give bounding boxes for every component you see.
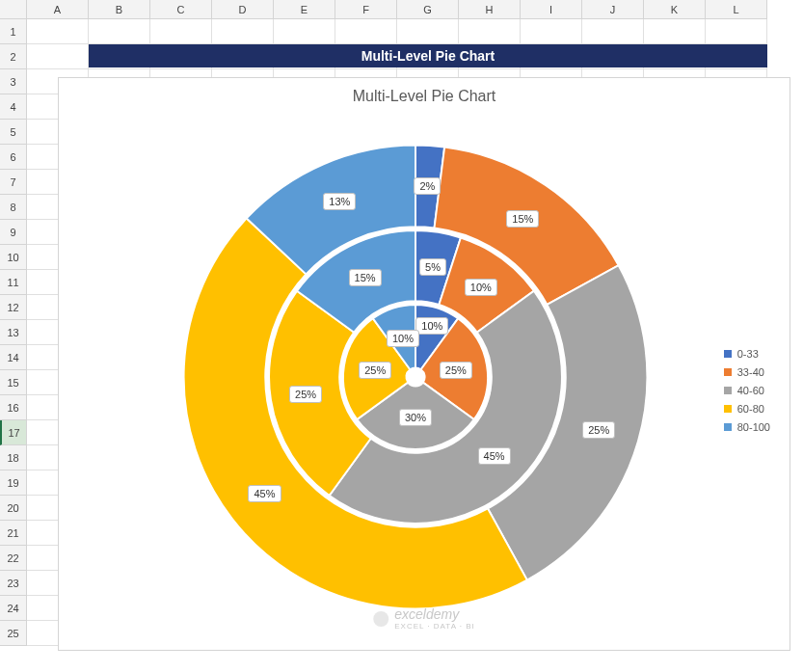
col-header[interactable]: B: [89, 0, 150, 19]
row-header[interactable]: 25: [0, 621, 27, 646]
watermark-tagline: EXCEL · DATA · BI: [394, 622, 475, 631]
row-header[interactable]: 24: [0, 596, 27, 621]
row-header[interactable]: 16: [0, 395, 27, 420]
cell[interactable]: [397, 19, 459, 44]
center-dot: [410, 371, 421, 383]
row-header[interactable]: 12: [0, 295, 27, 320]
col-header[interactable]: D: [212, 0, 274, 19]
legend-item[interactable]: 80-100: [724, 421, 770, 433]
row-header[interactable]: 7: [0, 170, 27, 195]
col-header[interactable]: A: [27, 0, 89, 19]
data-label: 30%: [399, 409, 432, 426]
watermark-brand: exceldemy: [394, 606, 475, 622]
chart-title: Multi-Level Pie Chart: [59, 88, 790, 105]
cell[interactable]: [521, 19, 582, 44]
data-label: 25%: [359, 362, 391, 379]
col-header[interactable]: E: [274, 0, 335, 19]
data-label: 25%: [582, 421, 615, 439]
cell[interactable]: [212, 19, 274, 44]
data-label: 10%: [415, 317, 448, 335]
legend-label: 80-100: [737, 421, 770, 433]
row-header[interactable]: 23: [0, 571, 27, 596]
legend-swatch: [724, 423, 732, 431]
legend-swatch: [724, 350, 732, 358]
data-label: 10%: [387, 330, 419, 347]
legend-label: 40-60: [737, 385, 764, 396]
row-header[interactable]: 10: [0, 245, 27, 270]
data-label: 45%: [248, 485, 281, 502]
col-header[interactable]: J: [582, 0, 644, 19]
row-header[interactable]: 22: [0, 546, 27, 571]
col-header[interactable]: L: [706, 0, 767, 19]
data-label: 25%: [289, 386, 322, 403]
row-header[interactable]: 19: [0, 470, 27, 496]
data-label: 45%: [478, 447, 511, 465]
row-header[interactable]: 3: [0, 69, 27, 94]
banner-title: Multi-Level Pie Chart: [89, 44, 767, 67]
chart-legend[interactable]: 0-3333-4040-6060-8080-100: [724, 348, 770, 440]
chart-object[interactable]: Multi-Level Pie Chart 10%25%30%25%10%5%1…: [58, 77, 790, 651]
col-header[interactable]: K: [644, 0, 706, 19]
data-label: 5%: [419, 258, 446, 276]
donut-svg: [174, 136, 656, 618]
data-label: 13%: [323, 193, 356, 210]
col-header[interactable]: G: [397, 0, 459, 19]
data-label: 2%: [414, 177, 441, 195]
row-header[interactable]: 17: [0, 420, 27, 445]
legend-label: 60-80: [737, 403, 764, 415]
legend-item[interactable]: 60-80: [724, 403, 770, 415]
row-header[interactable]: 8: [0, 195, 27, 220]
col-header[interactable]: F: [335, 0, 397, 19]
row-header[interactable]: 18: [0, 445, 27, 470]
row-header[interactable]: 9: [0, 220, 27, 245]
watermark-icon: [373, 611, 388, 627]
col-header[interactable]: C: [150, 0, 212, 19]
cell[interactable]: [706, 19, 767, 44]
legend-swatch: [724, 387, 732, 394]
legend-swatch: [724, 405, 732, 413]
chart-plot-area[interactable]: 10%25%30%25%10%5%10%45%25%15%2%15%25%45%…: [174, 136, 656, 618]
cell[interactable]: [644, 19, 706, 44]
data-label: 15%: [506, 210, 539, 228]
cell[interactable]: [150, 19, 212, 44]
data-label: 25%: [440, 362, 472, 379]
select-all-corner[interactable]: [0, 0, 27, 19]
legend-item[interactable]: 33-40: [724, 366, 770, 378]
cell[interactable]: [27, 19, 89, 44]
cell[interactable]: [459, 19, 521, 44]
cell[interactable]: [89, 19, 150, 44]
row-header[interactable]: 6: [0, 145, 27, 170]
legend-label: 33-40: [737, 366, 764, 378]
legend-item[interactable]: 0-33: [724, 348, 770, 360]
row-header[interactable]: 21: [0, 521, 27, 546]
cell[interactable]: [274, 19, 335, 44]
row-header[interactable]: 13: [0, 320, 27, 345]
data-label: 15%: [349, 269, 382, 286]
row-header[interactable]: 4: [0, 94, 27, 120]
row-header[interactable]: 14: [0, 345, 27, 370]
row-header[interactable]: 5: [0, 120, 27, 145]
cell[interactable]: [27, 44, 89, 69]
legend-item[interactable]: 40-60: [724, 385, 770, 396]
row-header[interactable]: 11: [0, 270, 27, 295]
watermark: exceldemy EXCEL · DATA · BI: [373, 606, 475, 631]
legend-label: 0-33: [737, 348, 759, 360]
col-header[interactable]: H: [459, 0, 521, 19]
cell[interactable]: [335, 19, 397, 44]
row-header[interactable]: 20: [0, 496, 27, 521]
cell[interactable]: [582, 19, 644, 44]
row-header[interactable]: 1: [0, 19, 27, 44]
row-header[interactable]: 2: [0, 44, 27, 69]
col-header[interactable]: I: [521, 0, 582, 19]
row-header[interactable]: 15: [0, 370, 27, 395]
data-label: 10%: [465, 279, 497, 296]
legend-swatch: [724, 368, 732, 376]
